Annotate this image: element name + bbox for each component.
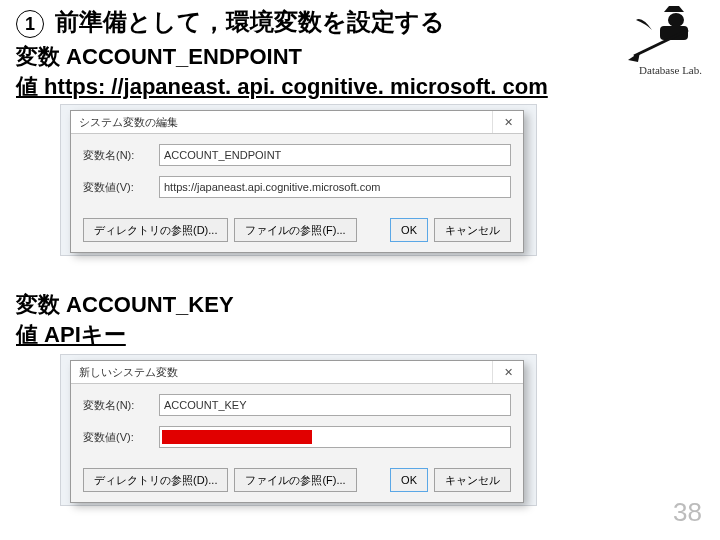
cancel-label: キャンセル [445, 223, 500, 238]
slide-headline: 1 前準備として，環境変数を設定する [16, 6, 445, 38]
cancel-button[interactable]: キャンセル [434, 468, 511, 492]
close-icon: ✕ [504, 366, 513, 379]
var-value-label: 変数値(V): [83, 430, 159, 445]
var-name-value: ACCOUNT_KEY [164, 399, 247, 411]
browse-file-label: ファイルの参照(F)... [245, 473, 345, 488]
browse-dir-label: ディレクトリの参照(D)... [94, 223, 217, 238]
svg-point-0 [668, 13, 684, 27]
section2-val: 値 APIキー [16, 320, 126, 350]
headline-text: 前準備として，環境変数を設定する [55, 8, 445, 35]
close-icon: ✕ [504, 116, 513, 129]
dialog-titlebar: システム変数の編集 ✕ [71, 111, 523, 134]
redacted-api-key [162, 430, 312, 444]
var-name-label: 変数名(N): [83, 398, 159, 413]
ok-label: OK [401, 474, 417, 486]
env-var-new-dialog: 新しいシステム変数 ✕ 変数名(N): ACCOUNT_KEY 変数値(V): … [70, 360, 524, 503]
var-value-input[interactable]: https://japaneast.api.cognitive.microsof… [159, 176, 511, 198]
browse-file-button[interactable]: ファイルの参照(F)... [234, 468, 356, 492]
var-value-input[interactable] [159, 426, 511, 448]
cancel-label: キャンセル [445, 473, 500, 488]
browse-dir-button[interactable]: ディレクトリの参照(D)... [83, 468, 228, 492]
var-name-input[interactable]: ACCOUNT_ENDPOINT [159, 144, 511, 166]
close-button[interactable]: ✕ [492, 361, 523, 383]
dialog-titlebar: 新しいシステム変数 ✕ [71, 361, 523, 384]
cancel-button[interactable]: キャンセル [434, 218, 511, 242]
dialog-title: 新しいシステム変数 [79, 365, 178, 380]
var-value-value: https://japaneast.api.cognitive.microsof… [164, 181, 380, 193]
var-name-value: ACCOUNT_ENDPOINT [164, 149, 281, 161]
page-number: 38 [673, 497, 702, 528]
env-var-edit-dialog: システム変数の編集 ✕ 変数名(N): ACCOUNT_ENDPOINT 変数値… [70, 110, 524, 253]
svg-marker-1 [664, 6, 684, 12]
browse-file-button[interactable]: ファイルの参照(F)... [234, 218, 356, 242]
logo-text: Database Lab. [639, 64, 702, 76]
browse-dir-button[interactable]: ディレクトリの参照(D)... [83, 218, 228, 242]
var-name-label: 変数名(N): [83, 148, 159, 163]
step-number: 1 [16, 10, 44, 38]
section1-val: 値 https: //japaneast. api. cognitive. mi… [16, 72, 548, 102]
ok-button[interactable]: OK [390, 218, 428, 242]
section2-var: 変数 ACCOUNT_KEY [16, 290, 234, 320]
var-value-label: 変数値(V): [83, 180, 159, 195]
section1-var: 変数 ACCOUNT_ENDPOINT [16, 42, 302, 72]
dialog-title: システム変数の編集 [79, 115, 178, 130]
logo-witch: Database Lab. [622, 6, 702, 76]
browse-dir-label: ディレクトリの参照(D)... [94, 473, 217, 488]
ok-button[interactable]: OK [390, 468, 428, 492]
close-button[interactable]: ✕ [492, 111, 523, 133]
var-name-input[interactable]: ACCOUNT_KEY [159, 394, 511, 416]
browse-file-label: ファイルの参照(F)... [245, 223, 345, 238]
ok-label: OK [401, 224, 417, 236]
